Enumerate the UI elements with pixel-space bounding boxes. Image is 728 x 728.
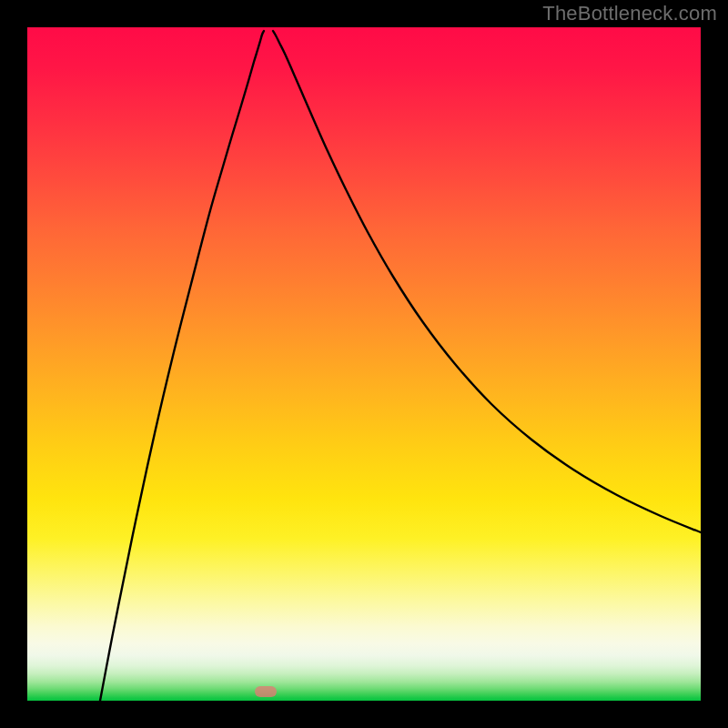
dip-marker xyxy=(255,686,277,697)
curve-layer xyxy=(27,27,701,701)
curve-left xyxy=(100,31,264,701)
plot-area xyxy=(27,27,701,701)
watermark-text: TheBottleneck.com xyxy=(542,2,717,25)
chart-frame: TheBottleneck.com xyxy=(0,0,728,728)
curve-right xyxy=(273,31,701,532)
